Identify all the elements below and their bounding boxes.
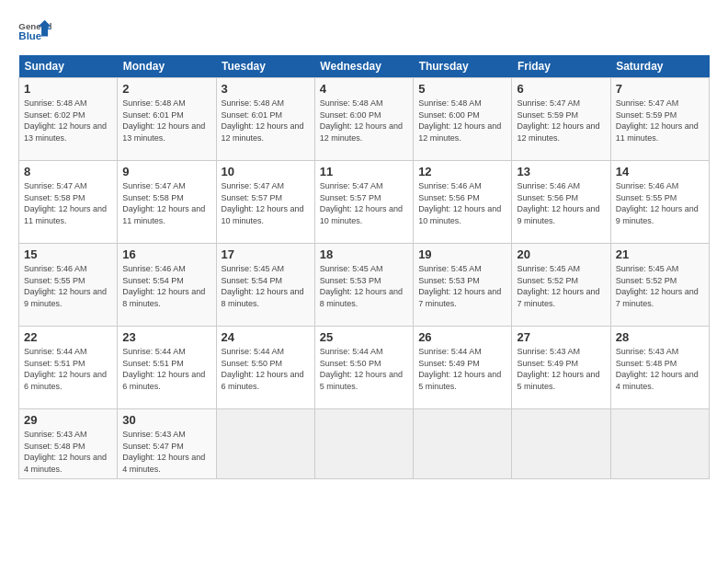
day-number: 1 [24, 82, 112, 96]
table-row: 26 Sunrise: 5:44 AMSunset: 5:49 PMDaylig… [414, 327, 512, 409]
day-info: Sunrise: 5:48 AMSunset: 6:00 PMDaylight:… [320, 98, 403, 143]
table-row [512, 409, 610, 479]
day-info: Sunrise: 5:43 AMSunset: 5:48 PMDaylight:… [616, 347, 699, 391]
day-number: 5 [418, 82, 506, 96]
day-number: 13 [517, 165, 605, 178]
day-info: Sunrise: 5:43 AMSunset: 5:48 PMDaylight:… [24, 430, 107, 474]
day-info: Sunrise: 5:48 AMSunset: 6:01 PMDaylight:… [222, 98, 304, 143]
day-info: Sunrise: 5:45 AMSunset: 5:54 PMDaylight:… [222, 264, 304, 308]
table-row: 23 Sunrise: 5:44 AMSunset: 5:51 PMDaylig… [118, 327, 216, 409]
day-number: 25 [320, 330, 408, 344]
day-number: 22 [24, 330, 112, 344]
table-row: 20 Sunrise: 5:45 AMSunset: 5:52 PMDaylig… [512, 244, 610, 327]
day-info: Sunrise: 5:47 AMSunset: 5:57 PMDaylight:… [320, 181, 403, 225]
day-info: Sunrise: 5:47 AMSunset: 5:59 PMDaylight:… [616, 98, 699, 143]
day-info: Sunrise: 5:44 AMSunset: 5:51 PMDaylight:… [24, 347, 107, 391]
day-number: 2 [122, 82, 210, 96]
table-row: 27 Sunrise: 5:43 AMSunset: 5:49 PMDaylig… [512, 327, 610, 409]
col-header-wednesday: Wednesday [314, 55, 413, 78]
col-header-monday: Monday [118, 55, 216, 78]
day-info: Sunrise: 5:47 AMSunset: 5:58 PMDaylight:… [122, 181, 205, 225]
day-info: Sunrise: 5:47 AMSunset: 5:57 PMDaylight:… [222, 181, 304, 225]
table-row [314, 409, 413, 479]
day-info: Sunrise: 5:43 AMSunset: 5:49 PMDaylight:… [517, 347, 599, 391]
day-number: 7 [616, 82, 704, 96]
table-row: 5 Sunrise: 5:48 AMSunset: 6:00 PMDayligh… [414, 78, 512, 161]
day-info: Sunrise: 5:47 AMSunset: 5:59 PMDaylight:… [517, 98, 599, 143]
day-info: Sunrise: 5:44 AMSunset: 5:49 PMDaylight:… [418, 347, 501, 391]
day-info: Sunrise: 5:45 AMSunset: 5:52 PMDaylight:… [517, 264, 599, 308]
day-info: Sunrise: 5:43 AMSunset: 5:47 PMDaylight:… [122, 430, 205, 474]
table-row: 29 Sunrise: 5:43 AMSunset: 5:48 PMDaylig… [19, 409, 118, 479]
table-row: 12 Sunrise: 5:46 AMSunset: 5:56 PMDaylig… [414, 161, 512, 244]
day-number: 17 [222, 247, 310, 261]
table-row: 19 Sunrise: 5:45 AMSunset: 5:53 PMDaylig… [414, 244, 512, 327]
table-row: 9 Sunrise: 5:47 AMSunset: 5:58 PMDayligh… [118, 161, 216, 244]
day-number: 14 [616, 165, 704, 178]
table-row: 22 Sunrise: 5:44 AMSunset: 5:51 PMDaylig… [19, 327, 118, 409]
day-number: 20 [517, 247, 605, 261]
day-number: 8 [24, 165, 112, 178]
table-row [216, 409, 314, 479]
day-number: 6 [517, 82, 605, 96]
day-info: Sunrise: 5:48 AMSunset: 6:01 PMDaylight:… [122, 98, 205, 143]
table-row [610, 409, 709, 479]
day-number: 11 [320, 165, 408, 178]
table-row: 13 Sunrise: 5:46 AMSunset: 5:56 PMDaylig… [512, 161, 610, 244]
day-number: 4 [320, 82, 408, 96]
table-row: 15 Sunrise: 5:46 AMSunset: 5:55 PMDaylig… [19, 244, 118, 327]
day-info: Sunrise: 5:48 AMSunset: 6:00 PMDaylight:… [418, 98, 501, 143]
day-number: 23 [122, 330, 210, 344]
table-row: 17 Sunrise: 5:45 AMSunset: 5:54 PMDaylig… [216, 244, 314, 327]
day-number: 19 [418, 247, 506, 261]
table-row: 25 Sunrise: 5:44 AMSunset: 5:50 PMDaylig… [314, 327, 413, 409]
day-number: 27 [517, 330, 605, 344]
table-row: 30 Sunrise: 5:43 AMSunset: 5:47 PMDaylig… [118, 409, 216, 479]
table-row: 8 Sunrise: 5:47 AMSunset: 5:58 PMDayligh… [19, 161, 118, 244]
day-info: Sunrise: 5:46 AMSunset: 5:54 PMDaylight:… [122, 264, 205, 308]
day-number: 28 [616, 330, 704, 344]
day-info: Sunrise: 5:48 AMSunset: 6:02 PMDaylight:… [24, 98, 107, 143]
day-info: Sunrise: 5:46 AMSunset: 5:55 PMDaylight:… [616, 181, 699, 225]
table-row [414, 409, 512, 479]
day-info: Sunrise: 5:47 AMSunset: 5:58 PMDaylight:… [24, 181, 107, 225]
table-row: 4 Sunrise: 5:48 AMSunset: 6:00 PMDayligh… [314, 78, 413, 161]
day-number: 15 [24, 247, 112, 261]
day-info: Sunrise: 5:44 AMSunset: 5:50 PMDaylight:… [222, 347, 304, 391]
table-row: 7 Sunrise: 5:47 AMSunset: 5:59 PMDayligh… [610, 78, 709, 161]
day-info: Sunrise: 5:45 AMSunset: 5:53 PMDaylight:… [320, 264, 403, 308]
calendar-table: SundayMondayTuesdayWednesdayThursdayFrid… [18, 55, 710, 479]
table-row: 16 Sunrise: 5:46 AMSunset: 5:54 PMDaylig… [118, 244, 216, 327]
col-header-sunday: Sunday [19, 55, 118, 78]
col-header-thursday: Thursday [414, 55, 512, 78]
svg-text:Blue: Blue [18, 30, 41, 41]
table-row: 14 Sunrise: 5:46 AMSunset: 5:55 PMDaylig… [610, 161, 709, 244]
table-row: 2 Sunrise: 5:48 AMSunset: 6:01 PMDayligh… [118, 78, 216, 161]
col-header-tuesday: Tuesday [216, 55, 314, 78]
day-info: Sunrise: 5:46 AMSunset: 5:56 PMDaylight:… [517, 181, 599, 225]
logo: General Blue [18, 18, 53, 46]
day-number: 26 [418, 330, 506, 344]
day-number: 24 [222, 330, 310, 344]
day-number: 30 [122, 413, 210, 427]
day-number: 3 [222, 82, 310, 96]
day-info: Sunrise: 5:44 AMSunset: 5:50 PMDaylight:… [320, 347, 403, 391]
day-number: 9 [122, 165, 210, 178]
table-row: 18 Sunrise: 5:45 AMSunset: 5:53 PMDaylig… [314, 244, 413, 327]
table-row: 1 Sunrise: 5:48 AMSunset: 6:02 PMDayligh… [19, 78, 118, 161]
day-number: 10 [222, 165, 310, 178]
day-info: Sunrise: 5:45 AMSunset: 5:52 PMDaylight:… [616, 264, 699, 308]
table-row: 6 Sunrise: 5:47 AMSunset: 5:59 PMDayligh… [512, 78, 610, 161]
table-row: 3 Sunrise: 5:48 AMSunset: 6:01 PMDayligh… [216, 78, 314, 161]
day-info: Sunrise: 5:46 AMSunset: 5:55 PMDaylight:… [24, 264, 107, 308]
day-number: 18 [320, 247, 408, 261]
col-header-friday: Friday [512, 55, 610, 78]
day-info: Sunrise: 5:46 AMSunset: 5:56 PMDaylight:… [418, 181, 501, 225]
day-info: Sunrise: 5:45 AMSunset: 5:53 PMDaylight:… [418, 264, 501, 308]
table-row: 11 Sunrise: 5:47 AMSunset: 5:57 PMDaylig… [314, 161, 413, 244]
day-number: 12 [418, 165, 506, 178]
table-row: 10 Sunrise: 5:47 AMSunset: 5:57 PMDaylig… [216, 161, 314, 244]
col-header-saturday: Saturday [610, 55, 709, 78]
day-number: 21 [616, 247, 704, 261]
table-row: 21 Sunrise: 5:45 AMSunset: 5:52 PMDaylig… [610, 244, 709, 327]
